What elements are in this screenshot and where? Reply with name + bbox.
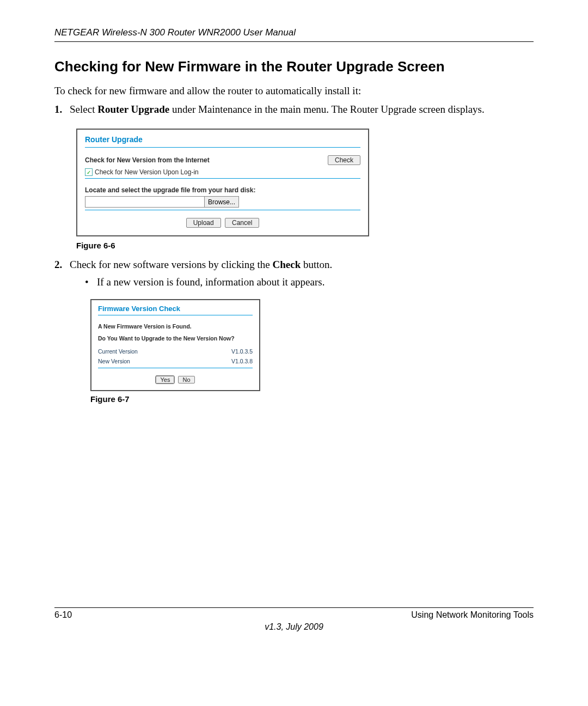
step-2-text: Check for new software versions by click…	[70, 259, 534, 288]
step-1-post: under Maintenance in the main menu. The …	[169, 104, 484, 115]
divider	[85, 178, 360, 179]
divider	[85, 147, 360, 148]
footer-rule	[54, 607, 534, 608]
cancel-button[interactable]: Cancel	[225, 218, 259, 228]
new-version-value: V1.0.3.8	[231, 358, 253, 364]
page-number: 6-10	[54, 610, 72, 620]
yes-button[interactable]: Yes	[156, 376, 174, 384]
step-2-post: button.	[301, 259, 332, 270]
footer-version: v1.3, July 2009	[54, 622, 534, 632]
check-version-label: Check for New Version from the Internet	[85, 156, 210, 164]
divider	[98, 315, 253, 315]
current-version-label: Current Version	[98, 348, 138, 355]
step-1-pre: Select	[70, 104, 97, 115]
panel-title: Router Upgrade	[85, 130, 360, 146]
login-check-label: Check for New Version Upon Log-in	[95, 168, 199, 176]
footer-section-name: Using Network Monitoring Tools	[411, 610, 534, 620]
locate-file-label: Locate and select the upgrade file from …	[85, 186, 360, 194]
step-2-bold: Check	[273, 259, 301, 270]
divider	[98, 368, 253, 368]
step-1-text: Select Router Upgrade under Maintenance …	[70, 104, 534, 115]
panel-title: Firmware Version Check	[98, 300, 253, 314]
file-path-input[interactable]	[85, 196, 204, 208]
figure-caption-6-7: Figure 6-7	[90, 394, 534, 404]
section-heading: Checking for New Firmware in the Router …	[54, 58, 534, 75]
step-2-sub-bullet: If a new version is found, information a…	[85, 276, 534, 288]
router-upgrade-panel: Router Upgrade Check for New Version fro…	[76, 129, 369, 236]
login-check-checkbox[interactable]: ✓	[85, 168, 93, 176]
new-version-label: New Version	[98, 358, 130, 364]
step-2-pre: Check for new software versions by click…	[70, 259, 273, 270]
no-button[interactable]: No	[178, 376, 194, 384]
figure-caption-6-6: Figure 6-6	[76, 241, 534, 250]
intro-text: To check for new firmware and allow the …	[54, 85, 534, 97]
step-2-sub-text: If a new version is found, information a…	[97, 276, 324, 288]
browse-button[interactable]: Browse...	[204, 196, 239, 208]
step-number: 1.	[54, 104, 70, 115]
firmware-check-panel: Firmware Version Check A New Firmware Ve…	[90, 299, 260, 391]
divider	[85, 210, 360, 210]
step-number: 2.	[54, 259, 70, 288]
page-footer: 6-10 Using Network Monitoring Tools v1.3…	[54, 603, 534, 632]
check-button[interactable]: Check	[328, 155, 360, 165]
upload-button[interactable]: Upload	[186, 218, 221, 228]
step-1-bold: Router Upgrade	[97, 104, 169, 115]
manual-header: NETGEAR Wireless-N 300 Router WNR2000 Us…	[54, 27, 534, 42]
upgrade-question: Do You Want to Upgrade to the New Versio…	[98, 335, 253, 342]
current-version-value: V1.0.3.5	[231, 348, 253, 355]
firmware-found-message: A New Firmware Version is Found.	[98, 323, 253, 330]
